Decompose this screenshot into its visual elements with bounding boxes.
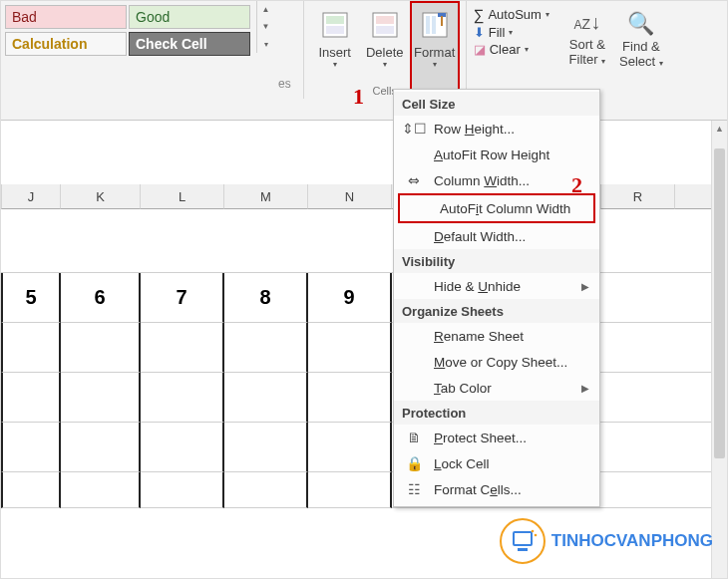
style-check-cell[interactable]: Check Cell	[129, 32, 250, 56]
annotation-2: 2	[571, 172, 582, 198]
find-select-button[interactable]: 🔍 Find & Select ▾	[614, 5, 668, 69]
column-width-icon: ⇔	[404, 172, 424, 188]
fill-button[interactable]: ⬇ Fill ▾	[471, 24, 552, 41]
empty-row[interactable]	[1, 323, 727, 373]
style-good[interactable]: Good	[129, 5, 250, 29]
watermark-icon	[500, 518, 546, 564]
menu-default-width[interactable]: Default Width...	[394, 223, 599, 249]
clear-eraser-icon: ◪	[474, 42, 486, 57]
row-height-icon: ⇕☐	[404, 121, 424, 137]
format-button[interactable]: Format ▾	[410, 1, 460, 99]
menu-autofit-column-width[interactable]: AutoFit Column Width	[398, 193, 595, 223]
svg-rect-10	[441, 16, 443, 26]
menu-column-width[interactable]: ⇔ Column Width...	[394, 167, 599, 193]
format-dropdown-menu: Cell Size ⇕☐ Row Height... AutoFit Row H…	[393, 89, 600, 507]
chevron-down-icon: ▾	[525, 45, 529, 54]
vertical-scrollbar[interactable]: ▲	[711, 121, 727, 578]
svg-rect-4	[376, 16, 394, 24]
cell[interactable]: 6	[61, 273, 141, 323]
menu-move-copy-sheet[interactable]: Move or Copy Sheet...	[394, 349, 599, 375]
cell[interactable]: 8	[224, 273, 308, 323]
data-row-values[interactable]: 5 6 7 8 9	[1, 273, 727, 323]
autosum-button[interactable]: ∑ AutoSum ▾	[471, 5, 552, 24]
cell[interactable]: 7	[141, 273, 224, 323]
col-header-K[interactable]: K	[61, 184, 141, 209]
format-cells-icon	[417, 7, 453, 43]
lock-icon: 🔒	[404, 455, 424, 471]
menu-tab-color[interactable]: Tab Color ▶	[394, 375, 599, 401]
col-header-blank[interactable]	[675, 184, 715, 209]
menu-header-protection: Protection	[394, 401, 599, 425]
sort-filter-icon: AZ↓	[560, 7, 614, 37]
delete-cells-icon	[367, 7, 403, 43]
sort-filter-button[interactable]: AZ↓ Sort & Filter ▾	[560, 5, 614, 67]
menu-header-visibility: Visibility	[394, 249, 599, 273]
chevron-down-icon: ▾	[360, 60, 410, 69]
menu-header-cell-size: Cell Size	[394, 92, 599, 116]
style-calculation[interactable]: Calculation	[5, 32, 127, 56]
scroll-up-icon[interactable]: ▲	[712, 121, 727, 137]
cells-group: Insert ▾ Delete ▾ Format ▾ Cells	[303, 1, 467, 99]
col-header-L[interactable]: L	[141, 184, 224, 209]
cell-styles-gallery[interactable]: Bad Good Calculation Check Cell ▲ ▼ ▾	[1, 1, 274, 60]
svg-rect-2	[326, 26, 344, 34]
ribbon-area: Bad Good Calculation Check Cell ▲ ▼ ▾ es…	[1, 1, 727, 121]
chevron-down-icon: ▾	[509, 28, 513, 37]
svg-point-14	[535, 534, 538, 537]
magnifier-icon: 🔍	[614, 7, 668, 39]
chevron-right-icon: ▶	[581, 281, 589, 292]
svg-rect-7	[426, 16, 430, 34]
watermark-logo: TINHOCVANPHONG	[500, 518, 713, 564]
autosum-icon: ∑	[474, 6, 485, 23]
annotation-1: 1	[353, 84, 364, 110]
chevron-right-icon: ▶	[581, 383, 589, 394]
menu-autofit-row-height[interactable]: AutoFit Row Height	[394, 142, 599, 167]
fill-down-icon: ⬇	[474, 25, 485, 40]
svg-rect-11	[514, 532, 532, 545]
menu-hide-unhide[interactable]: Hide & Unhide ▶	[394, 273, 599, 299]
style-bad[interactable]: Bad	[5, 5, 127, 29]
styles-group-label: es	[274, 1, 291, 91]
svg-rect-8	[432, 16, 436, 34]
worksheet-grid[interactable]: J K L M N R 5 6 7 8 9	[1, 121, 727, 578]
svg-rect-5	[376, 26, 394, 34]
col-header-J[interactable]: J	[1, 184, 61, 209]
protect-sheet-icon: 🗎	[404, 430, 424, 445]
col-header-R[interactable]: R	[601, 184, 675, 209]
empty-row[interactable]	[1, 472, 727, 508]
chevron-down-icon: ▼	[262, 22, 270, 31]
menu-header-organize: Organize Sheets	[394, 299, 599, 323]
chevron-down-icon: ▾	[412, 60, 458, 69]
menu-row-height[interactable]: ⇕☐ Row Height...	[394, 116, 599, 142]
cell[interactable]: 9	[308, 273, 392, 323]
empty-row[interactable]	[1, 423, 727, 472]
styles-expand-button[interactable]: ▲ ▼ ▾	[256, 1, 274, 53]
svg-point-13	[532, 530, 535, 533]
col-header-N[interactable]: N	[308, 184, 392, 209]
chevron-up-icon: ▲	[262, 5, 270, 14]
clear-button[interactable]: ◪ Clear ▾	[471, 41, 552, 58]
chevron-down-icon: ▾	[310, 60, 360, 69]
svg-rect-12	[518, 548, 528, 551]
col-header-M[interactable]: M	[224, 184, 308, 209]
column-headers[interactable]: J K L M N R	[1, 184, 727, 209]
empty-row[interactable]	[1, 373, 727, 423]
menu-lock-cell[interactable]: 🔒 Lock Cell	[394, 450, 599, 476]
scrollbar-thumb[interactable]	[714, 148, 725, 458]
svg-rect-1	[326, 16, 344, 24]
chevron-down-icon: ▾	[546, 10, 549, 19]
cell[interactable]: 5	[1, 273, 61, 323]
menu-protect-sheet[interactable]: 🗎 Protect Sheet...	[394, 425, 599, 450]
format-cells-icon: ☷	[404, 481, 424, 497]
more-icon: ▾	[264, 40, 268, 49]
menu-rename-sheet[interactable]: Rename Sheet	[394, 323, 599, 349]
insert-cells-icon	[317, 7, 353, 43]
editing-group: ∑ AutoSum ▾ ⬇ Fill ▾ ◪ Clear ▾ AZ↓ Sort …	[467, 1, 672, 73]
menu-format-cells[interactable]: ☷ Format Cells...	[394, 476, 599, 502]
